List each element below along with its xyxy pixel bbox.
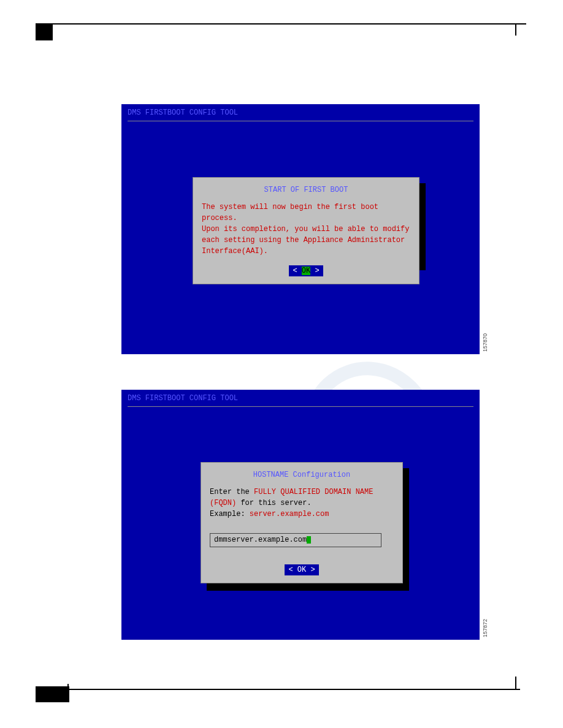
dialog-hostname: HOSTNAME Configuration Enter the FULLY Q… [201, 462, 403, 583]
dialog-title: START OF FIRST BOOT [202, 185, 410, 195]
prompt-suffix: for this server. [236, 499, 311, 507]
terminal-screen-hostname: DMS FIRSTBOOT CONFIG TOOL HOSTNAME Confi… [121, 390, 480, 640]
ok-bracket-right: > [315, 267, 319, 275]
terminal-header: DMS FIRSTBOOT CONFIG TOOL [121, 390, 480, 404]
figure-id-label: 157870 [481, 333, 489, 352]
dialog-title: HOSTNAME Configuration [210, 470, 394, 480]
ok-button[interactable]: < OK > [285, 564, 318, 575]
button-row: < OK > [202, 265, 410, 276]
crop-tick-bottom [515, 677, 516, 689]
ok-bracket-right: > [310, 566, 315, 574]
terminal-header: DMS FIRSTBOOT CONFIG TOOL [121, 104, 480, 118]
prompt-prefix: Enter the [210, 488, 254, 496]
ok-bracket-left: < [288, 566, 293, 574]
text-cursor [307, 536, 311, 544]
terminal-screen-first-boot: DMS FIRSTBOOT CONFIG TOOL START OF FIRST… [121, 104, 480, 354]
button-row: < OK > [210, 564, 394, 575]
crop-tick-top [515, 23, 516, 36]
dialog-body-line2: Upon its completion, you will be able to… [202, 225, 409, 256]
terminal-rule [128, 121, 473, 121]
ok-label: OK [297, 566, 306, 574]
hostname-input-wrapper: dmmserver.example.com [210, 528, 394, 564]
dialog-body: Enter the FULLY QUALIFIED DOMAIN NAME (F… [210, 487, 394, 520]
dialog-body: The system will now begin the first boot… [202, 202, 410, 257]
ok-bracket-left: < [293, 267, 297, 275]
example-label: Example: [210, 510, 250, 518]
corner-marker-top [36, 23, 53, 40]
dialog-body-line1: The system will now begin the first boot… [202, 203, 378, 222]
hostname-input-value: dmmserver.example.com [214, 536, 307, 544]
hostname-input[interactable]: dmmserver.example.com [210, 533, 381, 547]
bottom-rule [36, 689, 520, 690]
ok-label: OK [302, 267, 310, 275]
ok-button[interactable]: < OK > [289, 265, 323, 276]
example-value: server.example.com [250, 510, 329, 518]
terminal-rule [128, 406, 473, 407]
figure-id-label: 157872 [481, 619, 489, 637]
dialog-first-boot: START OF FIRST BOOT The system will now … [193, 177, 419, 284]
